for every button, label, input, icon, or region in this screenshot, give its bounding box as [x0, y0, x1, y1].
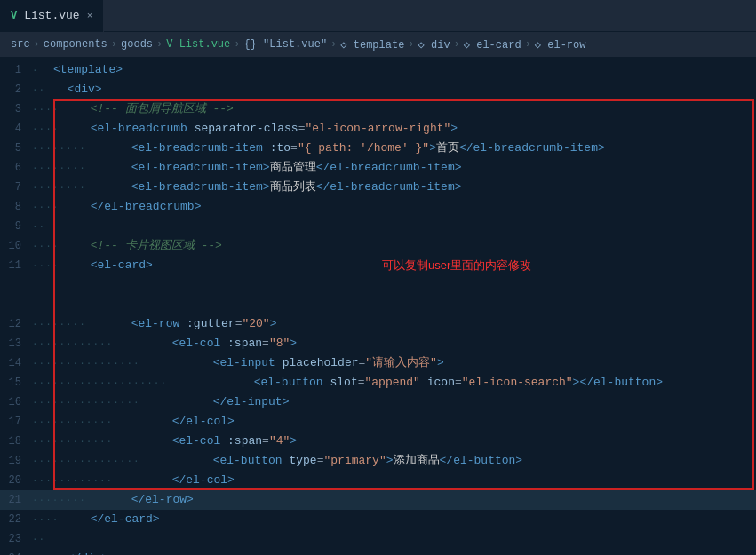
path-div: ◇ div [418, 38, 450, 52]
path-obj: {} "List.vue" [243, 38, 327, 51]
line-num-24: 24 [0, 549, 32, 555]
line-num-9: 9 [0, 217, 32, 236]
line-content-5: <el-breadcrumb-item :to="{ path: '/home'… [86, 139, 605, 158]
path-elrow: ◇ el-row [535, 38, 586, 52]
line-content-14: <el-input placeholder="请输入内容"> [140, 353, 444, 373]
line-19: 19 ················ <el-button type="pri… [0, 451, 756, 471]
line-content-11: <el-card> 可以复制user里面的内容修改 [59, 256, 152, 314]
line-dots-11: ···· [32, 256, 59, 275]
line-15: 15 ···················· <el-button slot=… [0, 373, 756, 392]
line-num-18: 18 [0, 432, 32, 451]
line-num-19: 19 [0, 451, 32, 471]
line-content-3: <!-- 面包屑导航区域 --> [59, 99, 233, 119]
line-dots-19: ················ [32, 451, 140, 471]
line-dots-21: ········ [32, 490, 86, 510]
line-content-15: <el-button slot="append" icon="el-icon-s… [167, 373, 663, 392]
line-content-21: </el-row> [86, 490, 194, 510]
line-content-4: <el-breadcrumb separator-class="el-icon-… [59, 119, 458, 139]
line-dots-15: ···················· [32, 373, 167, 392]
path-sep-4: › [234, 38, 240, 51]
path-sep-6: › [408, 38, 414, 51]
line-content-22: </el-card> [59, 510, 159, 529]
line-num-3: 3 [0, 99, 32, 119]
line-dots-5: ········ [32, 139, 86, 158]
line-7: 7 ········ <el-breadcrumb-item>商品列表</el-… [0, 178, 756, 197]
line-dots-6: ········ [32, 158, 86, 178]
breadcrumb-path-bar: src › components › goods › V List.vue › … [0, 32, 756, 57]
line-content-17: </el-col> [113, 412, 235, 432]
line-22: 22 ···· </el-card> [0, 510, 756, 529]
line-num-16: 16 [0, 392, 32, 412]
line-num-2: 2 [0, 80, 32, 99]
path-sep-7: › [454, 38, 460, 51]
line-num-1: 1 [0, 60, 32, 80]
line-content-2: <div> [50, 80, 102, 99]
line-content-24: </div> [50, 549, 108, 555]
file-tab[interactable]: V List.vue × [0, 0, 104, 32]
line-11: 11 ···· <el-card> 可以复制user里面的内容修改 [0, 256, 756, 314]
line-num-7: 7 [0, 178, 32, 197]
line-10: 10 ···· <!-- 卡片视图区域 --> [0, 236, 756, 256]
line-content-12: <el-row :gutter="20"> [86, 314, 277, 334]
line-5: 5 ········ <el-breadcrumb-item :to="{ pa… [0, 139, 756, 158]
line-num-13: 13 [0, 334, 32, 353]
path-components: components [44, 38, 107, 51]
line-content-20: </el-col> [113, 471, 235, 490]
line-dots-22: ···· [32, 510, 59, 529]
line-dots-4: ···· [32, 119, 59, 139]
line-num-5: 5 [0, 139, 32, 158]
line-21: 21 ········ </el-row> [0, 490, 756, 510]
close-tab-button[interactable]: × [87, 11, 93, 21]
line-6: 6 ········ <el-breadcrumb-item>商品管理</el-… [0, 158, 756, 178]
line-num-6: 6 [0, 158, 32, 178]
tab-filename: List.vue [24, 9, 79, 22]
line-dots-8: ···· [32, 197, 59, 217]
line-3: 3 ···· <!-- 面包屑导航区域 --> [0, 99, 756, 119]
path-sep-1: › [34, 38, 40, 51]
line-dots-7: ········ [32, 178, 86, 197]
line-dots-23: ·· [32, 529, 50, 549]
line-1: 1 · <template> [0, 60, 756, 80]
path-sep-5: › [330, 38, 337, 51]
path-template: ◇ template [340, 38, 404, 52]
line-13: 13 ············ <el-col :span="8"> [0, 334, 756, 353]
line-content-23 [50, 529, 60, 549]
line-dots-20: ············ [32, 471, 113, 490]
line-dots-1: · [32, 60, 50, 80]
code-editor[interactable]: 1 · <template> 2 ·· <div> 3 ···· <!-- 面包… [0, 57, 756, 555]
line-num-14: 14 [0, 353, 32, 373]
line-content-19: <el-button type="primary">添加商品</el-butto… [140, 451, 523, 471]
line-dots-13: ············ [32, 334, 113, 353]
path-listvue: V List.vue [166, 38, 230, 51]
line-content-1: <template> [50, 60, 123, 80]
line-num-8: 8 [0, 197, 32, 217]
line-num-12: 12 [0, 314, 32, 334]
line-dots-17: ············ [32, 412, 113, 432]
editor-content: 1 · <template> 2 ·· <div> 3 ···· <!-- 面包… [0, 60, 756, 555]
line-num-21: 21 [0, 490, 32, 510]
line-num-4: 4 [0, 119, 32, 139]
path-goods: goods [121, 38, 153, 51]
line-content-13: <el-col :span="8"> [113, 334, 297, 353]
line-content-16: </el-input> [140, 392, 290, 412]
line-dots-3: ···· [32, 99, 59, 119]
path-src: src [11, 38, 30, 51]
line-num-15: 15 [0, 373, 32, 392]
line-4: 4 ···· <el-breadcrumb separator-class="e… [0, 119, 756, 139]
line-dots-18: ············ [32, 432, 113, 451]
line-17: 17 ············ </el-col> [0, 412, 756, 432]
line-dots-10: ···· [32, 236, 59, 256]
vue-icon: V [11, 10, 17, 22]
line-content-8: </el-breadcrumb> [59, 197, 201, 217]
line-num-11: 11 [0, 256, 32, 275]
path-elcard: ◇ el-card [464, 38, 521, 52]
line-12: 12 ········ <el-row :gutter="20"> [0, 314, 756, 334]
line-9: 9 ·· [0, 217, 756, 236]
line-18: 18 ············ <el-col :span="4"> [0, 432, 756, 451]
line-24: 24 ·· </div> [0, 549, 756, 555]
path-sep-8: › [525, 38, 531, 51]
line-content-7: <el-breadcrumb-item>商品列表</el-breadcrumb-… [86, 178, 462, 197]
line-14: 14 ················ <el-input placeholde… [0, 353, 756, 373]
line-dots-16: ················ [32, 392, 140, 412]
line-8: 8 ···· </el-breadcrumb> [0, 197, 756, 217]
